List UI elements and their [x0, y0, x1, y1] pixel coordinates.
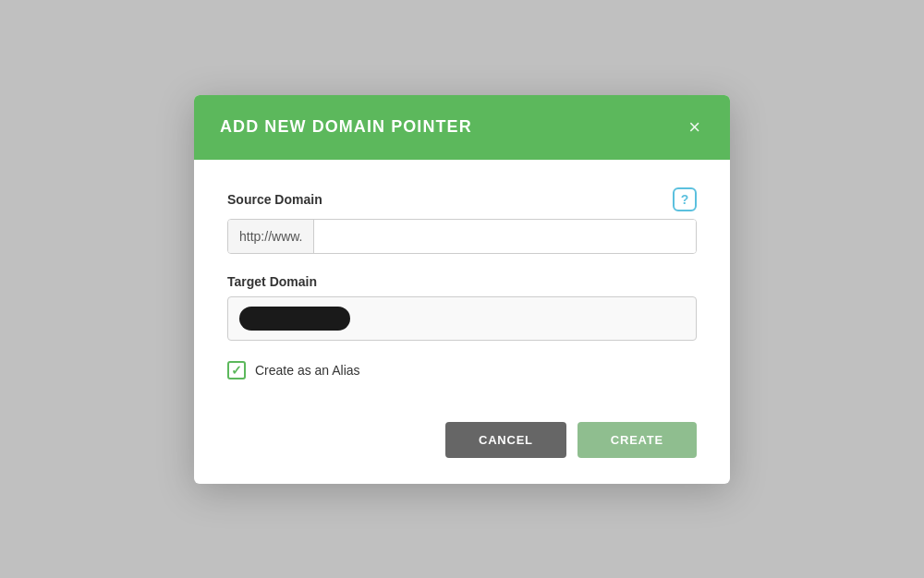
cancel-button[interactable]: CANCEL — [445, 422, 566, 458]
source-input-wrapper: http://www. — [227, 219, 697, 254]
modal-header: ADD NEW DOMAIN POINTER × — [194, 95, 730, 160]
source-domain-label: Source Domain — [227, 192, 322, 207]
create-button[interactable]: CREATE — [578, 422, 697, 458]
target-domain-label: Target Domain — [227, 274, 317, 289]
target-domain-group: Target Domain — [227, 274, 697, 341]
modal-footer: CANCEL CREATE — [194, 413, 730, 484]
source-domain-group: Source Domain ? http://www. — [227, 187, 697, 254]
alias-checkbox-row: ✓ Create as an Alias — [227, 361, 697, 379]
help-icon[interactable]: ? — [673, 187, 697, 211]
close-button[interactable]: × — [685, 115, 704, 139]
modal-title: ADD NEW DOMAIN POINTER — [220, 117, 472, 137]
alias-checkbox[interactable]: ✓ — [227, 361, 246, 379]
redacted-value — [239, 307, 350, 331]
checkmark-icon: ✓ — [231, 364, 242, 377]
dialog: ADD NEW DOMAIN POINTER × Source Domain ?… — [194, 95, 730, 484]
alias-checkbox-label: Create as an Alias — [255, 363, 360, 378]
source-domain-input[interactable] — [314, 220, 696, 253]
target-input-wrapper — [227, 296, 697, 341]
source-domain-label-row: Source Domain ? — [227, 187, 697, 211]
modal-body: Source Domain ? http://www. Target Domai… — [194, 160, 730, 413]
source-prefix: http://www. — [228, 220, 314, 253]
modal-overlay: ADD NEW DOMAIN POINTER × Source Domain ?… — [0, 0, 924, 578]
target-domain-label-row: Target Domain — [227, 274, 697, 289]
